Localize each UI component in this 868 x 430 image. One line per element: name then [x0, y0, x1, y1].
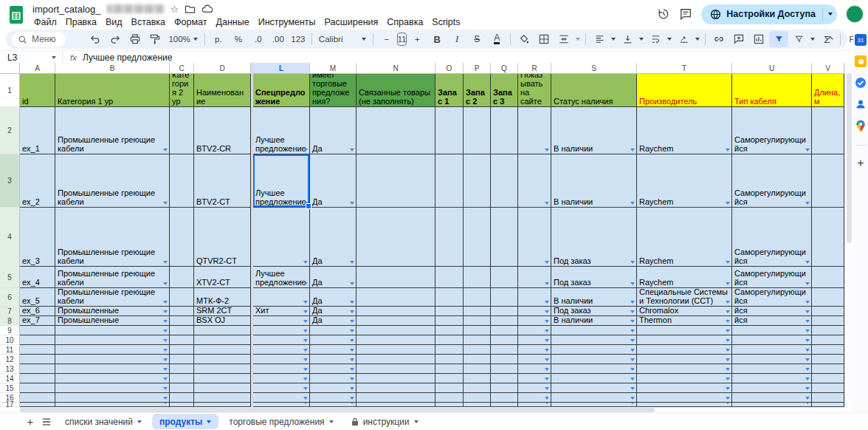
col-header-B[interactable]: B — [55, 63, 170, 74]
cell-P11[interactable] — [464, 345, 491, 355]
cell-V10[interactable] — [812, 335, 844, 345]
cell-L8[interactable] — [253, 316, 310, 326]
cell-T3[interactable]: Raychem — [637, 154, 732, 208]
cell-U5[interactable]: Саморегулирующийся — [732, 267, 812, 288]
cell-A15[interactable] — [20, 383, 55, 393]
cell-Q4[interactable] — [491, 208, 518, 267]
dropdown-icon[interactable] — [726, 368, 730, 371]
cloud-status-icon[interactable] — [202, 4, 213, 13]
cell-P4[interactable] — [464, 208, 491, 267]
cell-Q6[interactable] — [491, 288, 518, 307]
cell-L7[interactable]: Хит — [253, 307, 310, 316]
cell-A7[interactable]: ex_6 — [20, 307, 55, 316]
text-wrap-button[interactable] — [646, 31, 665, 47]
cell-D16[interactable] — [194, 393, 251, 403]
cell-Q9[interactable] — [491, 326, 518, 335]
col-header-N[interactable]: N — [356, 63, 435, 74]
cell-B13[interactable] — [55, 364, 170, 374]
dropdown-icon[interactable] — [545, 339, 549, 342]
cell-R13[interactable] — [518, 364, 551, 374]
text-rotation-dropdown-icon[interactable] — [695, 38, 700, 41]
cell-V7[interactable] — [812, 307, 844, 316]
maps-icon[interactable] — [855, 120, 866, 132]
paint-format-button[interactable] — [145, 31, 165, 47]
cell-N9[interactable] — [356, 326, 435, 335]
col-header-L[interactable]: L — [253, 63, 310, 74]
cell-T11[interactable] — [637, 345, 732, 355]
dropdown-icon[interactable] — [726, 261, 730, 264]
col-header-T[interactable]: T — [637, 63, 732, 74]
cell-Q1[interactable]: Запас 3 — [491, 74, 518, 107]
version-history-icon[interactable] — [657, 7, 670, 21]
cell-V3[interactable] — [812, 154, 844, 208]
cell-R8[interactable] — [518, 316, 551, 326]
cell-S16[interactable] — [551, 393, 637, 403]
dropdown-icon[interactable] — [545, 403, 549, 404]
cell-S5[interactable]: Под заказ — [551, 267, 637, 288]
cell-S17[interactable] — [551, 403, 637, 407]
dropdown-icon[interactable] — [350, 320, 354, 323]
dropdown-icon[interactable] — [303, 310, 308, 313]
cell-D4[interactable]: QTVR2-CT — [194, 208, 251, 267]
dropdown-icon[interactable] — [303, 349, 308, 352]
cell-L14[interactable] — [253, 374, 310, 383]
cell-R1[interactable]: Показывать на сайте — [518, 74, 551, 107]
cell-U7[interactable]: Саморегулирующийся — [732, 307, 812, 316]
dropdown-icon[interactable] — [163, 202, 168, 205]
dropdown-icon[interactable] — [350, 349, 354, 352]
menu-insert[interactable]: Вставка — [127, 17, 170, 27]
dropdown-icon[interactable] — [350, 339, 354, 342]
cell-V4[interactable] — [812, 208, 844, 267]
dropdown-icon[interactable] — [630, 349, 635, 352]
row-header-6[interactable]: 6 — [0, 288, 20, 307]
dropdown-icon[interactable] — [303, 282, 308, 285]
dropdown-icon[interactable] — [303, 358, 308, 361]
avatar[interactable] — [846, 5, 864, 23]
cell-V17[interactable] — [812, 403, 844, 407]
dropdown-icon[interactable] — [303, 261, 308, 264]
cell-T9[interactable] — [637, 326, 732, 335]
cell-S11[interactable] — [551, 345, 637, 355]
cell-D12[interactable] — [194, 355, 251, 364]
dropdown-icon[interactable] — [805, 282, 810, 285]
cell-V13[interactable] — [812, 364, 844, 374]
dropdown-icon[interactable] — [805, 368, 810, 371]
dropdown-icon[interactable] — [163, 358, 168, 361]
insert-link-button[interactable] — [709, 31, 728, 47]
cell-O3[interactable] — [435, 154, 464, 208]
cell-M9[interactable] — [310, 326, 356, 335]
cell-L9[interactable] — [253, 326, 310, 335]
dropdown-icon[interactable] — [163, 301, 168, 304]
dropdown-icon[interactable] — [303, 403, 308, 404]
cell-M5[interactable]: Да — [310, 267, 356, 288]
dropdown-icon[interactable] — [163, 397, 168, 400]
dropdown-icon[interactable] — [163, 320, 168, 323]
dropdown-icon[interactable] — [163, 310, 168, 313]
col-header-Q[interactable]: Q — [491, 63, 518, 74]
dropdown-icon[interactable] — [545, 301, 549, 304]
cell-O9[interactable] — [435, 326, 464, 335]
cell-Q14[interactable] — [491, 374, 518, 383]
currency-format-button[interactable]: р. — [209, 31, 228, 47]
dropdown-icon[interactable] — [545, 349, 549, 352]
font-size-increase-button[interactable]: + — [407, 31, 427, 47]
row-header-10[interactable]: 10 — [0, 335, 20, 345]
merge-dropdown-icon[interactable] — [576, 38, 580, 41]
cell-T13[interactable] — [637, 364, 732, 374]
cell-B3[interactable]: Промышленные греющие кабели — [55, 154, 170, 208]
text-wrap-dropdown-icon[interactable] — [667, 38, 672, 41]
menu-file[interactable]: Файл — [30, 17, 61, 27]
cell-R14[interactable] — [518, 374, 551, 383]
sheet-tab-trade-offers[interactable]: торговые предложения — [221, 414, 340, 429]
row-header-8[interactable]: 8 — [0, 316, 20, 326]
row-header-1[interactable]: 1 — [0, 74, 20, 107]
cell-D10[interactable] — [194, 335, 251, 345]
dropdown-icon[interactable] — [805, 301, 810, 304]
cell-A6[interactable]: ex_5 — [20, 288, 55, 307]
cell-D9[interactable] — [194, 326, 251, 335]
vertical-align-button[interactable] — [618, 31, 637, 47]
cell-C7[interactable] — [170, 307, 194, 316]
font-select[interactable]: Calibri — [316, 35, 369, 44]
cell-B8[interactable]: Промышленные — [55, 316, 170, 326]
cell-A2[interactable]: ex_1 — [20, 107, 55, 154]
